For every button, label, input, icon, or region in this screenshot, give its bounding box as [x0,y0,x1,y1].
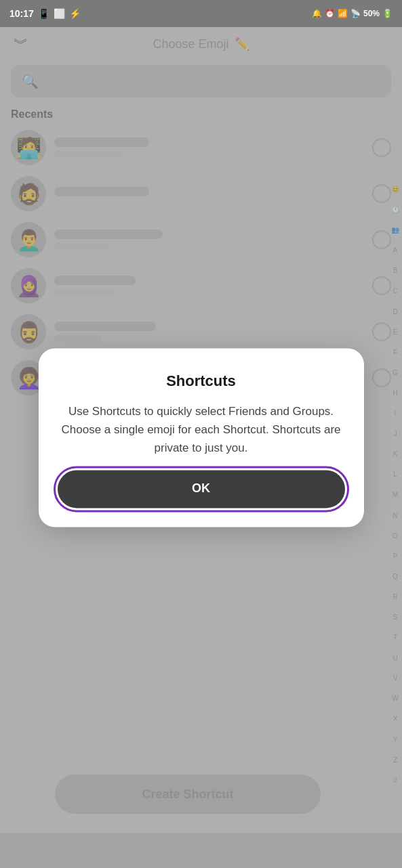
modal-body-text: Use Shortcuts to quickly select Friends … [58,402,345,458]
status-right: 🔔 ⏰ 📶 📡 50% 🔋 [312,9,393,18]
battery-percent: 50% [363,9,380,18]
wifi-icon: 📶 [338,9,348,18]
modal-ok-label: OK [192,482,210,496]
status-left: 10:17 📱 ⬜ ⚡ [9,8,81,19]
instagram-icon: ⬜ [54,8,65,19]
alarm-icon: 🔔 [312,9,322,18]
modal-ok-button[interactable]: OK [58,470,345,508]
status-time: 10:17 [9,8,34,19]
battery-icon: 🔋 [382,9,393,18]
modal-title: Shortcuts [166,372,236,390]
usb-icon: ⚡ [69,8,81,19]
shortcuts-modal: Shortcuts Use Shortcuts to quickly selec… [39,348,364,527]
signal-icon: 📡 [350,9,361,18]
whatsapp-icon: 📱 [38,8,49,19]
clock-icon: ⏰ [325,9,335,18]
status-bar: 10:17 📱 ⬜ ⚡ 🔔 ⏰ 📶 📡 50% 🔋 [0,0,402,27]
